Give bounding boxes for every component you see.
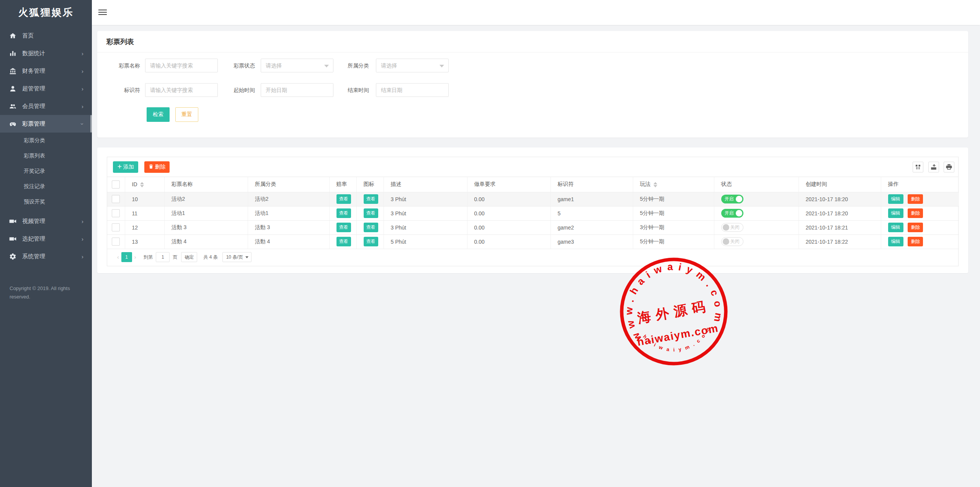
row-checkbox[interactable] (112, 223, 120, 231)
lottery-status-select[interactable]: 请选择 (261, 59, 333, 72)
identifier-input[interactable] (145, 83, 218, 97)
search-button[interactable]: 检索 (147, 107, 170, 122)
menu-toggle-icon[interactable] (98, 10, 107, 15)
cell-identifier: game2 (550, 220, 633, 234)
edit-button[interactable]: 编辑 (888, 208, 903, 218)
pagination: ‹ 1 › 到第 页 确定 共 4 条 10 条/页 (115, 252, 252, 262)
sidebar-item-label: 选妃管理 (22, 235, 79, 243)
view-odds-button[interactable]: 查看 (336, 194, 351, 204)
add-button[interactable]: 添加 (113, 161, 138, 173)
status-toggle[interactable]: 关闭 (721, 223, 743, 232)
goto-prefix-label: 到第 (144, 254, 153, 261)
row-checkbox[interactable] (112, 238, 120, 246)
column-header: 操作 (881, 177, 959, 192)
lottery-name-input[interactable] (145, 59, 218, 72)
prev-page-button[interactable]: ‹ (115, 254, 121, 260)
sidebar-scrollbar-thumb[interactable] (90, 115, 92, 133)
goto-page-input[interactable] (156, 252, 170, 262)
table-card: 添加 删除 ID 彩票名称 (97, 148, 968, 273)
column-header: 状态 (714, 177, 799, 192)
select-caret-icon (245, 256, 248, 258)
cell-id: 10 (125, 192, 164, 206)
sort-icon[interactable] (140, 182, 144, 187)
sidebar-item[interactable]: 系统管理 (0, 248, 92, 265)
cell-category: 活動 4 (248, 234, 329, 249)
sidebar-item[interactable]: 财务管理 (0, 62, 92, 80)
edit-button[interactable]: 编辑 (888, 223, 903, 232)
chevron-icon (79, 253, 83, 260)
cell-order-requirement: 0.00 (467, 206, 550, 220)
delete-button[interactable]: 删除 (908, 237, 923, 246)
sidebar-subitem[interactable]: 彩票列表 (0, 148, 92, 163)
page-size-select[interactable]: 10 条/页 (222, 252, 252, 262)
category-select[interactable]: 请选择 (376, 59, 449, 72)
select-caret-icon (439, 65, 444, 67)
copyright-text: Copyright © 2019. All rights reserved. (10, 284, 83, 301)
reset-button[interactable]: 重置 (175, 107, 198, 122)
cell-order-requirement: 0.00 (467, 234, 550, 249)
view-icon-button[interactable]: 查看 (364, 194, 378, 204)
export-button[interactable] (928, 162, 939, 172)
edit-button[interactable]: 编辑 (888, 237, 903, 246)
delete-button[interactable]: 删除 (908, 208, 923, 218)
cell-name: 活動 4 (164, 234, 248, 249)
chevron-icon (79, 68, 83, 74)
delete-selected-button[interactable]: 删除 (144, 161, 170, 173)
status-toggle[interactable]: 开启 (721, 209, 743, 218)
cell-category: 活动1 (248, 206, 329, 220)
end-date-input[interactable] (376, 83, 449, 97)
cell-category: 活動 3 (248, 220, 329, 234)
row-checkbox[interactable] (112, 209, 120, 217)
trash-icon (149, 164, 154, 169)
video-icon (9, 235, 16, 243)
view-icon-button[interactable]: 查看 (364, 237, 378, 246)
gear-icon (9, 253, 16, 260)
lottery-status-label: 彩票状态 (212, 59, 255, 72)
start-date-input[interactable] (261, 83, 333, 97)
sidebar-item-label: 会员管理 (22, 103, 79, 110)
sidebar-subitem[interactable]: 预设开奖 (0, 194, 92, 209)
column-header: ID (125, 177, 164, 192)
sidebar-item[interactable]: 超管管理 (0, 80, 92, 97)
total-count-label: 共 4 条 (203, 254, 217, 261)
row-checkbox[interactable] (112, 195, 120, 203)
cell-order-requirement: 0.00 (467, 192, 550, 206)
edit-button[interactable]: 编辑 (888, 194, 903, 204)
view-odds-button[interactable]: 查看 (336, 208, 351, 218)
page-number-button[interactable]: 1 (121, 252, 132, 262)
sidebar-item[interactable]: 会员管理 (0, 97, 92, 115)
goto-confirm-button[interactable]: 确定 (181, 252, 197, 262)
sidebar-subitem[interactable]: 彩票分类 (0, 133, 92, 148)
sidebar-item[interactable]: 选妃管理 (0, 230, 92, 248)
next-page-button[interactable]: › (132, 254, 139, 260)
user-icon (9, 85, 16, 92)
sidebar-subitem[interactable]: 开奖记录 (0, 163, 92, 179)
view-icon-button[interactable]: 查看 (364, 208, 378, 218)
status-toggle-label: 开启 (725, 210, 734, 216)
sidebar-item-label: 视频管理 (22, 218, 79, 225)
sort-icon[interactable] (653, 182, 657, 187)
columns-filter-button[interactable] (913, 162, 923, 172)
print-button[interactable] (944, 162, 954, 172)
sidebar-subitem[interactable]: 投注记录 (0, 179, 92, 194)
cell-play-style: 3分钟一期 (633, 220, 714, 234)
view-odds-button[interactable]: 查看 (336, 223, 351, 232)
view-icon-button[interactable]: 查看 (364, 223, 378, 232)
view-odds-button[interactable]: 查看 (336, 237, 351, 246)
delete-button[interactable]: 删除 (908, 223, 923, 232)
sidebar-item[interactable]: 视频管理 (0, 212, 92, 230)
column-header: 做单要求 (467, 177, 550, 192)
cell-identifier: game1 (550, 192, 633, 206)
toggle-knob (736, 196, 742, 202)
sidebar-item[interactable]: 数据统计 (0, 44, 92, 62)
status-toggle[interactable]: 开启 (721, 195, 743, 203)
start-time-label: 起始时间 (212, 83, 255, 97)
delete-button[interactable]: 删除 (908, 194, 923, 204)
sidebar-item[interactable]: 首页 (0, 27, 92, 44)
cell-order-requirement: 0.00 (467, 220, 550, 234)
chevron-icon (79, 121, 83, 127)
gamepad-icon (9, 120, 16, 128)
select-all-checkbox[interactable] (112, 180, 120, 189)
status-toggle[interactable]: 关闭 (721, 237, 743, 246)
sidebar-item[interactable]: 彩票管理 (0, 115, 92, 133)
